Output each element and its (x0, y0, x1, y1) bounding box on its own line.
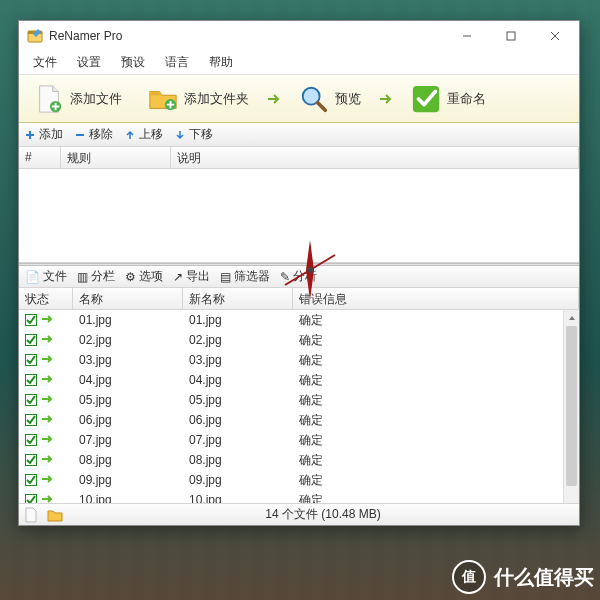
minimize-button[interactable] (445, 22, 489, 50)
table-row[interactable]: 05.jpg05.jpg确定 (19, 390, 579, 410)
arrow-right-icon (41, 474, 55, 484)
menu-presets[interactable]: 预设 (113, 52, 153, 73)
checkbox-icon[interactable] (25, 394, 37, 406)
table-row[interactable]: 10.jpg10.jpg确定 (19, 490, 579, 503)
arrow-up-icon (125, 130, 135, 140)
cell-newname: 08.jpg (183, 453, 293, 467)
cell-name: 02.jpg (73, 333, 183, 347)
cell-newname: 10.jpg (183, 493, 293, 503)
col-status[interactable]: 状态 (19, 288, 73, 309)
filebar-columns[interactable]: ▥分栏 (77, 268, 115, 285)
scroll-thumb[interactable] (566, 326, 577, 486)
window-title: ReNamer Pro (49, 29, 122, 43)
col-rule[interactable]: 规则 (61, 147, 171, 168)
titlebar[interactable]: ReNamer Pro (19, 21, 579, 51)
svg-rect-2 (507, 32, 515, 40)
statusbar: 14 个文件 (10.48 MB) (19, 503, 579, 525)
checkbox-icon[interactable] (25, 494, 37, 503)
folder-add-icon (148, 84, 178, 114)
arrow-right-icon (41, 334, 55, 344)
rename-button[interactable]: 重命名 (402, 79, 495, 119)
col-num[interactable]: # (19, 147, 61, 168)
menu-settings[interactable]: 设置 (69, 52, 109, 73)
arrow-down-icon (175, 130, 185, 140)
rule-remove[interactable]: 移除 (75, 126, 113, 143)
table-row[interactable]: 03.jpg03.jpg确定 (19, 350, 579, 370)
add-files-button[interactable]: 添加文件 (25, 79, 131, 119)
file-add-icon (34, 84, 64, 114)
checkbox-icon[interactable] (25, 314, 37, 326)
table-row[interactable]: 02.jpg02.jpg确定 (19, 330, 579, 350)
cell-msg: 确定 (293, 432, 579, 449)
table-rows[interactable]: 01.jpg01.jpg确定02.jpg02.jpg确定03.jpg03.jpg… (19, 310, 579, 503)
menu-help[interactable]: 帮助 (201, 52, 241, 73)
checkbox-icon[interactable] (25, 434, 37, 446)
rules-header: # 规则 说明 (19, 147, 579, 169)
table-header: 状态 名称 新名称 错误信息 (19, 288, 579, 310)
cell-name: 10.jpg (73, 493, 183, 503)
add-folders-button[interactable]: 添加文件夹 (139, 79, 258, 119)
arrow-right-icon (41, 454, 55, 464)
cell-name: 05.jpg (73, 393, 183, 407)
menu-language[interactable]: 语言 (157, 52, 197, 73)
rules-body[interactable] (19, 169, 579, 263)
checkbox-icon[interactable] (25, 374, 37, 386)
close-button[interactable] (533, 22, 577, 50)
cell-newname: 02.jpg (183, 333, 293, 347)
col-desc[interactable]: 说明 (171, 147, 579, 168)
filebar-export[interactable]: ↗导出 (173, 268, 210, 285)
table-row[interactable]: 08.jpg08.jpg确定 (19, 450, 579, 470)
col-name[interactable]: 名称 (73, 288, 183, 309)
watermark-badge: 值 (452, 560, 486, 594)
folder-icon[interactable] (47, 507, 63, 523)
checkbox-icon[interactable] (25, 474, 37, 486)
checkbox-icon[interactable] (25, 414, 37, 426)
col-newname[interactable]: 新名称 (183, 288, 293, 309)
arrow-right-icon (41, 394, 55, 404)
cell-name: 08.jpg (73, 453, 183, 467)
menu-file[interactable]: 文件 (25, 52, 65, 73)
arrow-right-icon (41, 374, 55, 384)
app-icon (27, 28, 43, 44)
table-row[interactable]: 01.jpg01.jpg确定 (19, 310, 579, 330)
watermark-text: 什么值得买 (494, 564, 594, 591)
arrow-icon (378, 91, 394, 107)
cell-newname: 05.jpg (183, 393, 293, 407)
cell-msg: 确定 (293, 472, 579, 489)
menubar: 文件 设置 预设 语言 帮助 (19, 51, 579, 75)
checkbox-icon[interactable] (25, 334, 37, 346)
arrow-right-icon (41, 434, 55, 444)
cell-newname: 03.jpg (183, 353, 293, 367)
cell-newname: 09.jpg (183, 473, 293, 487)
checkbox-icon[interactable] (25, 354, 37, 366)
toolbar: 添加文件 添加文件夹 预览 重命名 (19, 75, 579, 123)
filebar-files[interactable]: 📄文件 (25, 268, 67, 285)
scrollbar[interactable] (563, 310, 579, 503)
table-row[interactable]: 04.jpg04.jpg确定 (19, 370, 579, 390)
file-icon[interactable] (23, 507, 39, 523)
arrow-right-icon (41, 354, 55, 364)
cell-name: 01.jpg (73, 313, 183, 327)
scroll-up-button[interactable] (564, 310, 579, 326)
cell-msg: 确定 (293, 372, 579, 389)
cell-name: 09.jpg (73, 473, 183, 487)
minus-icon (75, 130, 85, 140)
arrow-icon (266, 91, 282, 107)
filebar-options[interactable]: ⚙选项 (125, 268, 163, 285)
rule-up[interactable]: 上移 (125, 126, 163, 143)
checkbox-icon[interactable] (25, 454, 37, 466)
table-row[interactable]: 06.jpg06.jpg确定 (19, 410, 579, 430)
arrow-right-icon (41, 414, 55, 424)
table-row[interactable]: 07.jpg07.jpg确定 (19, 430, 579, 450)
rule-add[interactable]: 添加 (25, 126, 63, 143)
files-toolbar: 📄文件 ▥分栏 ⚙选项 ↗导出 ▤筛选器 ✎分析 (19, 266, 579, 288)
file-table: 状态 名称 新名称 错误信息 01.jpg01.jpg确定02.jpg02.jp… (19, 288, 579, 503)
maximize-button[interactable] (489, 22, 533, 50)
cell-newname: 07.jpg (183, 433, 293, 447)
col-error[interactable]: 错误信息 (293, 288, 579, 309)
preview-button[interactable]: 预览 (290, 79, 370, 119)
filebar-filter[interactable]: ▤筛选器 (220, 268, 270, 285)
rule-down[interactable]: 下移 (175, 126, 213, 143)
filebar-analyze[interactable]: ✎分析 (280, 268, 317, 285)
table-row[interactable]: 09.jpg09.jpg确定 (19, 470, 579, 490)
